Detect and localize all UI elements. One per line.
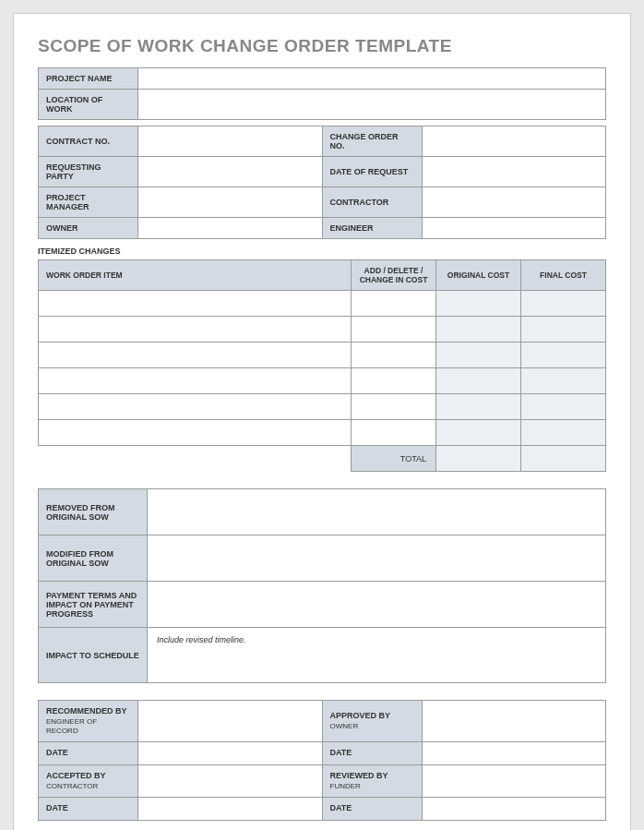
change-cell[interactable] (352, 394, 436, 420)
removed-value[interactable] (148, 489, 606, 535)
reviewed-title: REVIEWED BY (330, 771, 388, 780)
item-cell[interactable] (39, 291, 352, 317)
col-add-delete: ADD / DELETE / CHANGE IN COST (352, 260, 436, 291)
approved-title: APPROVED BY (330, 711, 391, 720)
header-table-1: PROJECT NAME LOCATION OF WORK (38, 67, 606, 120)
total-row: TOTAL (39, 446, 606, 472)
item-cell[interactable] (39, 343, 352, 368)
approved-value[interactable] (422, 701, 606, 742)
recommended-date-label: DATE (39, 742, 138, 765)
original-cost-cell[interactable] (436, 394, 521, 420)
final-cost-cell[interactable] (521, 317, 606, 343)
final-cost-cell[interactable] (521, 368, 606, 394)
accepted-title: ACCEPTED BY (46, 771, 106, 780)
payment-value[interactable] (148, 582, 606, 628)
requesting-party-value[interactable] (138, 157, 323, 187)
document-page: SCOPE OF WORK CHANGE ORDER TEMPLATE PROJ… (13, 13, 631, 830)
date-of-request-label: DATE OF REQUEST (322, 157, 422, 187)
accepted-date-label: DATE (39, 798, 138, 821)
header-table-2: CONTRACT NO. CHANGE ORDER NO. REQUESTING… (38, 126, 606, 239)
original-cost-cell[interactable] (436, 368, 521, 394)
recommended-sub: ENGINEER OF RECORD (46, 717, 130, 737)
contractor-value[interactable] (422, 187, 606, 218)
table-row (39, 420, 606, 446)
accepted-value[interactable] (138, 765, 323, 798)
final-cost-cell[interactable] (521, 291, 606, 317)
schedule-label: IMPACT TO SCHEDULE (39, 628, 148, 683)
table-row (39, 317, 606, 343)
col-work-order-item: WORK ORDER ITEM (39, 260, 352, 291)
approved-date-label: DATE (322, 742, 422, 765)
item-cell[interactable] (39, 420, 352, 446)
project-manager-label: PROJECT MANAGER (39, 187, 138, 218)
reviewed-value[interactable] (422, 765, 606, 798)
date-of-request-value[interactable] (422, 157, 606, 187)
recommended-value[interactable] (138, 701, 323, 742)
change-order-no-label: CHANGE ORDER NO. (322, 126, 422, 157)
reviewed-date-label: DATE (322, 798, 422, 821)
owner-value[interactable] (138, 218, 323, 239)
approved-label: APPROVED BY OWNER (322, 701, 422, 742)
engineer-label: ENGINEER (322, 218, 422, 239)
final-cost-cell[interactable] (521, 394, 606, 420)
itemized-heading: ITEMIZED CHANGES (38, 247, 606, 256)
removed-label: REMOVED FROM ORIGINAL SOW (39, 489, 148, 535)
original-cost-cell[interactable] (436, 420, 521, 446)
item-cell[interactable] (39, 394, 352, 420)
change-cell[interactable] (352, 368, 436, 394)
change-cell[interactable] (352, 317, 436, 343)
final-cost-cell[interactable] (521, 420, 606, 446)
location-value[interactable] (138, 90, 606, 120)
payment-label: PAYMENT TERMS AND IMPACT ON PAYMENT PROG… (39, 582, 148, 628)
accepted-sub: CONTRACTOR (46, 782, 130, 791)
reviewed-date-value[interactable] (422, 798, 606, 821)
total-original (436, 446, 521, 472)
recommended-title: RECOMMENDED BY (46, 706, 127, 716)
project-manager-value[interactable] (138, 187, 323, 218)
modified-label: MODIFIED FROM ORIGINAL SOW (39, 535, 148, 582)
change-cell[interactable] (352, 420, 436, 446)
item-cell[interactable] (39, 317, 352, 343)
approved-sub: OWNER (330, 722, 414, 731)
original-cost-cell[interactable] (436, 317, 521, 343)
table-row (39, 368, 606, 394)
final-cost-cell[interactable] (521, 343, 606, 368)
table-row (39, 343, 606, 368)
col-original-cost: ORIGINAL COST (436, 260, 521, 291)
notes-table: REMOVED FROM ORIGINAL SOW MODIFIED FROM … (38, 488, 606, 683)
original-cost-cell[interactable] (436, 343, 521, 368)
approved-date-value[interactable] (422, 742, 606, 765)
contract-no-value[interactable] (138, 126, 323, 157)
recommended-label: RECOMMENDED BY ENGINEER OF RECORD (39, 701, 138, 742)
location-label: LOCATION OF WORK (39, 90, 138, 120)
item-cell[interactable] (39, 368, 352, 394)
signoff-table: RECOMMENDED BY ENGINEER OF RECORD APPROV… (38, 700, 606, 821)
owner-label: OWNER (39, 218, 138, 239)
change-cell[interactable] (352, 291, 436, 317)
page-title: SCOPE OF WORK CHANGE ORDER TEMPLATE (38, 36, 606, 56)
table-row (39, 394, 606, 420)
total-final (521, 446, 606, 472)
accepted-date-value[interactable] (138, 798, 323, 821)
project-name-label: PROJECT NAME (39, 68, 138, 90)
project-name-value[interactable] (138, 68, 606, 90)
contractor-label: CONTRACTOR (322, 187, 422, 218)
requesting-party-label: REQUESTING PARTY (39, 157, 138, 187)
schedule-value[interactable]: Include revised timeline. (148, 628, 606, 683)
accepted-label: ACCEPTED BY CONTRACTOR (39, 765, 138, 798)
original-cost-cell[interactable] (436, 291, 521, 317)
recommended-date-value[interactable] (138, 742, 323, 765)
change-order-no-value[interactable] (422, 126, 606, 157)
engineer-value[interactable] (422, 218, 606, 239)
total-label: TOTAL (352, 446, 436, 472)
itemized-table: WORK ORDER ITEM ADD / DELETE / CHANGE IN… (38, 259, 606, 472)
modified-value[interactable] (148, 535, 606, 582)
change-cell[interactable] (352, 343, 436, 368)
contract-no-label: CONTRACT NO. (39, 126, 138, 157)
reviewed-label: REVIEWED BY FUNDER (322, 765, 422, 798)
table-row (39, 291, 606, 317)
reviewed-sub: FUNDER (330, 782, 414, 791)
col-final-cost: FINAL COST (521, 260, 606, 291)
